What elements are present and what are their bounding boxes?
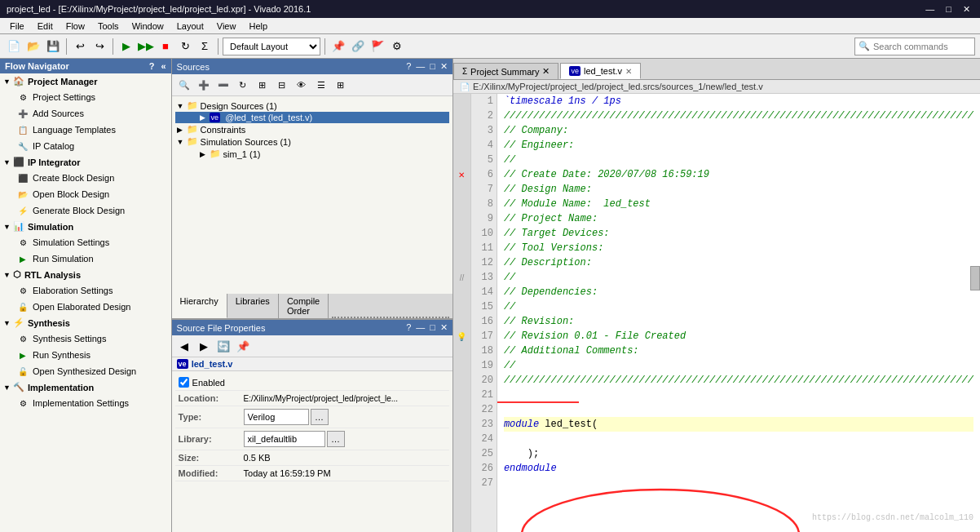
sfp-pin[interactable]: 📌 (234, 337, 252, 355)
nav-item-open-elaborated-design[interactable]: 🔓 Open Elaborated Design (0, 299, 171, 315)
editor-code-area[interactable]: `timescale 1ns / 1ps ///////////////////… (497, 94, 980, 532)
comment-10: // Target Devices: (504, 226, 610, 241)
nav-item-project-settings[interactable]: Project Settings (0, 89, 171, 105)
tree-sim1[interactable]: ▶ 📁 sim_1 (1) (175, 148, 449, 160)
sfp-minimize[interactable]: — (416, 322, 425, 333)
nav-item-create-block-design[interactable]: ⬛ Create Block Design (0, 170, 171, 186)
tree-led-test[interactable]: ▶ ve @led_test (led_test.v) (175, 112, 449, 123)
design-sources-expand[interactable]: ▼ (177, 102, 185, 110)
nav-item-run-simulation[interactable]: ▶ Run Simulation (0, 250, 171, 267)
keyword-23a: module (504, 417, 545, 432)
toolbar-stop[interactable]: ■ (157, 38, 174, 55)
sfp-refresh[interactable]: 🔄 (214, 337, 232, 355)
gutter-icon-23 (453, 417, 470, 432)
toolbar-flag[interactable]: 🚩 (369, 38, 386, 55)
sim-sources-expand[interactable]: ▼ (177, 138, 185, 146)
maximize-btn[interactable]: □ (942, 4, 955, 15)
minimize-btn[interactable]: — (922, 4, 938, 15)
src-search-btn[interactable]: 🔍 (175, 76, 193, 94)
tree-design-sources[interactable]: ▼ 📁 Design Sources (1) (175, 100, 449, 112)
tab-led-test-close-icon[interactable]: ✕ (625, 67, 632, 76)
menu-window[interactable]: Window (126, 20, 170, 33)
toolbar-new[interactable]: 📄 (5, 38, 23, 55)
title-bar-controls[interactable]: — □ ✕ (922, 4, 973, 15)
nav-item-language-templates[interactable]: 📋 Language Templates (0, 122, 171, 138)
menu-flow[interactable]: Flow (60, 20, 91, 33)
menu-help[interactable]: Help (242, 20, 274, 33)
nav-section-ip-integrator-header[interactable]: ▼ ⬛ IP Integrator (0, 154, 171, 170)
nav-item-ip-catalog[interactable]: 🔧 IP Catalog (0, 138, 171, 154)
src-add-btn[interactable]: ➕ (195, 76, 213, 94)
toolbar-refresh[interactable]: ↻ (176, 38, 194, 55)
sfp-back[interactable]: ◀ (175, 337, 193, 355)
nav-item-run-synthesis[interactable]: ▶ Run Synthesis (0, 347, 171, 363)
toolbar-save[interactable]: 💾 (44, 38, 62, 55)
menu-file[interactable]: File (3, 20, 31, 33)
src-collapse-btn[interactable]: ⊟ (273, 76, 291, 94)
nav-section-implementation-header[interactable]: ▼ 🔨 Implementation (0, 379, 171, 395)
close-btn[interactable]: ✕ (960, 4, 973, 15)
gutter-icon-26 (453, 461, 470, 476)
sfp-forward[interactable]: ▶ (195, 337, 213, 355)
menu-edit[interactable]: Edit (31, 20, 60, 33)
toolbar-open[interactable]: 📂 (24, 38, 42, 55)
nav-item-generate-block-design[interactable]: ⚡ Generate Block Design (0, 202, 171, 219)
menu-view[interactable]: View (210, 20, 243, 33)
sfp-library-input[interactable] (244, 431, 325, 447)
comment-9: // Project Name: (504, 211, 598, 226)
toolbar-sigma[interactable]: Σ (196, 38, 214, 55)
sfp-type-input[interactable] (244, 409, 309, 425)
tab-sigma-icon: Σ (462, 67, 467, 76)
nav-item-open-block-design[interactable]: 📂 Open Block Design (0, 186, 171, 202)
layout-select[interactable]: Default Layout Debug Layout Synthesis La… (223, 38, 320, 55)
toolbar-run[interactable]: ▶ (117, 38, 135, 55)
tab-hierarchy[interactable]: Hierarchy (172, 294, 227, 318)
sfp-enabled-checkbox[interactable] (179, 377, 189, 388)
toolbar-run2[interactable]: ▶▶ (137, 38, 155, 55)
nav-section-rtl-analysis-header[interactable]: ▼ ⬡ RTL Analysis (0, 267, 171, 282)
tree-constraints[interactable]: ▶ 📁 Constraints (175, 123, 449, 135)
tab-project-summary[interactable]: Σ Project Summary ✕ (453, 63, 559, 79)
toolbar-redo[interactable]: ↪ (90, 38, 108, 55)
nav-item-elaboration-settings[interactable]: Elaboration Settings (0, 282, 171, 299)
toolbar-undo[interactable]: ↩ (71, 38, 89, 55)
sim1-expand[interactable]: ▶ (200, 150, 208, 158)
toolbar-link[interactable]: 🔗 (349, 38, 367, 55)
nav-section-simulation-header[interactable]: ▼ 📊 Simulation (0, 219, 171, 234)
sources-minimize[interactable]: — (416, 61, 425, 72)
sfp-close[interactable]: ✕ (440, 322, 448, 333)
sfp-library-btn[interactable]: … (327, 431, 345, 447)
nav-item-simulation-settings[interactable]: Simulation Settings (0, 234, 171, 250)
toolbar-pin[interactable]: 📌 (329, 38, 347, 55)
tab-compile-order[interactable]: Compile Order (279, 294, 329, 318)
nav-item-implementation-settings[interactable]: Implementation Settings (0, 395, 171, 411)
nav-section-project-manager-header[interactable]: ▼ 🏠 Project Manager (0, 73, 171, 89)
flow-nav-collapse[interactable]: « (161, 61, 166, 71)
sfp-restore[interactable]: □ (430, 322, 435, 333)
sources-close[interactable]: ✕ (440, 61, 448, 72)
nav-item-add-sources[interactable]: ➕ Add Sources (0, 105, 171, 122)
sfp-type-btn[interactable]: … (311, 409, 329, 425)
src-view-btn[interactable]: 👁 (293, 76, 311, 94)
menu-tools[interactable]: Tools (91, 20, 126, 33)
flow-nav-help[interactable]: ? (149, 61, 155, 71)
search-input[interactable] (873, 42, 971, 51)
src-refresh-btn[interactable]: ↻ (234, 76, 252, 94)
menu-layout[interactable]: Layout (170, 20, 210, 33)
tab-led-test-v[interactable]: ve led_test.v ✕ (560, 63, 641, 79)
sfp-help[interactable]: ? (406, 322, 411, 333)
sources-restore[interactable]: □ (430, 61, 435, 72)
nav-item-synthesis-settings[interactable]: Synthesis Settings (0, 330, 171, 347)
led-test-expand[interactable]: ▶ (200, 113, 208, 122)
toolbar-settings[interactable]: ⚙ (388, 38, 406, 55)
src-expand-btn[interactable]: ⊞ (254, 76, 271, 94)
nav-item-open-synthesized-design[interactable]: 🔓 Open Synthesized Design (0, 363, 171, 379)
src-remove-btn[interactable]: ➖ (214, 76, 232, 94)
tree-sim-sources[interactable]: ▼ 📁 Simulation Sources (1) (175, 135, 449, 148)
constraints-expand[interactable]: ▶ (177, 126, 185, 134)
tab-libraries[interactable]: Libraries (227, 294, 279, 318)
sources-help[interactable]: ? (406, 61, 411, 72)
src-grid-btn[interactable]: ⊞ (332, 76, 350, 94)
nav-section-synthesis-header[interactable]: ▼ ⚡ Synthesis (0, 315, 171, 330)
src-list-btn[interactable]: ☰ (312, 76, 330, 94)
